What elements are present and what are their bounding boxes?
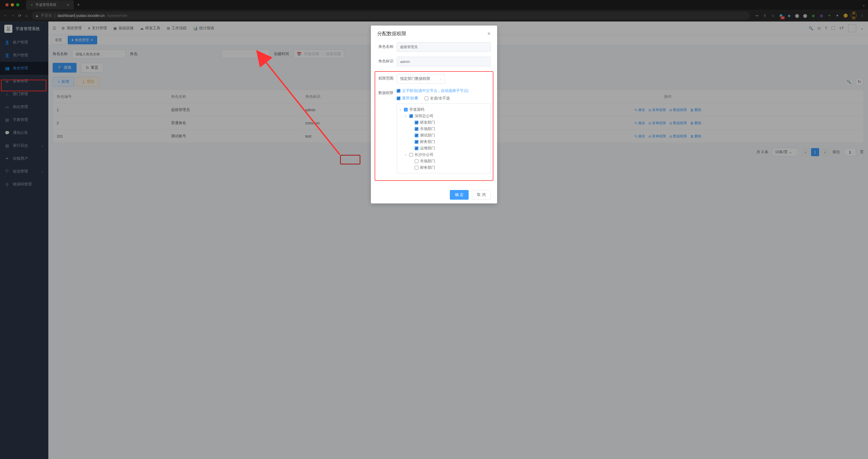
tree-label: 研发部门: [420, 120, 435, 125]
data-permission-modal: 分配数据权限 ✕ 角色名称 角色标识 权限范围 指定部门数据权限 数据权限 父子…: [371, 26, 497, 203]
tree-node[interactable]: 研发部门: [400, 119, 488, 126]
scope-label: 权限范围: [377, 74, 397, 81]
tree-checkbox[interactable]: [409, 153, 413, 157]
tree-node[interactable]: ▾−芋道源码: [400, 107, 488, 113]
confirm-button[interactable]: 确 定: [450, 190, 469, 200]
dataperm-label: 数据权限: [377, 88, 397, 95]
tree-checkbox[interactable]: [415, 160, 418, 163]
tree-label: 财务部门: [420, 140, 435, 144]
tree-node[interactable]: 测试部门: [400, 132, 488, 139]
dept-tree: ▾−芋道源码▾深圳总公司研发部门市场部门测试部门财务部门运维部门▾长沙分公司市场…: [397, 104, 491, 173]
cancel-button[interactable]: 取 消: [472, 190, 491, 200]
tree-node[interactable]: ▾长沙分公司: [400, 151, 488, 158]
modal-close-button[interactable]: ✕: [487, 31, 491, 36]
tree-checkbox[interactable]: [415, 146, 418, 150]
tree-label: 市场部门: [420, 159, 435, 164]
highlighted-permission-section: 权限范围 指定部门数据权限 数据权限 父子联动(选中父节点，自动选择子节点) 展…: [375, 71, 493, 181]
tree-checkbox-indeterminate[interactable]: −: [404, 108, 408, 112]
tree-checkbox[interactable]: [415, 166, 418, 170]
modal-header: 分配数据权限 ✕: [371, 26, 497, 39]
rolename-label: 角色名称: [377, 42, 397, 49]
tree-label: 运维部门: [420, 146, 435, 151]
modal-body: 角色名称 角色标识 权限范围 指定部门数据权限 数据权限 父子联动(选中父节点，…: [371, 39, 497, 186]
tree-label: 测试部门: [420, 133, 435, 138]
tree-checkbox[interactable]: [415, 134, 418, 137]
selectall-checkbox[interactable]: 全选/全不选: [425, 96, 450, 101]
tree-label: 深圳总公司: [415, 114, 433, 118]
tree-node[interactable]: 市场部门: [400, 126, 488, 132]
tree-checkbox[interactable]: [415, 121, 418, 124]
rolekey-label: 角色标识: [377, 57, 397, 64]
scope-select[interactable]: 指定部门数据权限: [397, 74, 445, 84]
tree-label: 财务部门: [420, 165, 435, 170]
tree-node[interactable]: ▾深圳总公司: [400, 113, 488, 119]
tree-toggle-icon[interactable]: ▾: [405, 153, 408, 156]
rolename-input[interactable]: [397, 42, 491, 52]
tree-node[interactable]: 市场部门: [400, 158, 488, 165]
tree-label: 市场部门: [420, 126, 435, 132]
modal-title: 分配数据权限: [377, 30, 406, 37]
tree-checkbox[interactable]: [415, 127, 418, 131]
tree-label: 芋道源码: [409, 107, 424, 112]
tree-node[interactable]: 财务部门: [400, 139, 488, 145]
tree-checkbox[interactable]: [415, 140, 418, 144]
tree-node[interactable]: 财务部门: [400, 165, 488, 171]
tree-checkbox[interactable]: [409, 114, 413, 118]
tree-toggle-icon[interactable]: ▾: [400, 108, 402, 111]
tree-toggle-icon[interactable]: ▾: [405, 115, 408, 118]
tree-label: 长沙分公司: [415, 152, 433, 157]
cascade-checkbox[interactable]: 父子联动(选中父节点，自动选择子节点): [397, 88, 468, 93]
expand-checkbox[interactable]: 展开/折叠: [397, 96, 418, 101]
modal-footer: 确 定 取 消: [371, 186, 497, 203]
rolekey-input[interactable]: [397, 57, 491, 66]
tree-node[interactable]: 运维部门: [400, 145, 488, 151]
